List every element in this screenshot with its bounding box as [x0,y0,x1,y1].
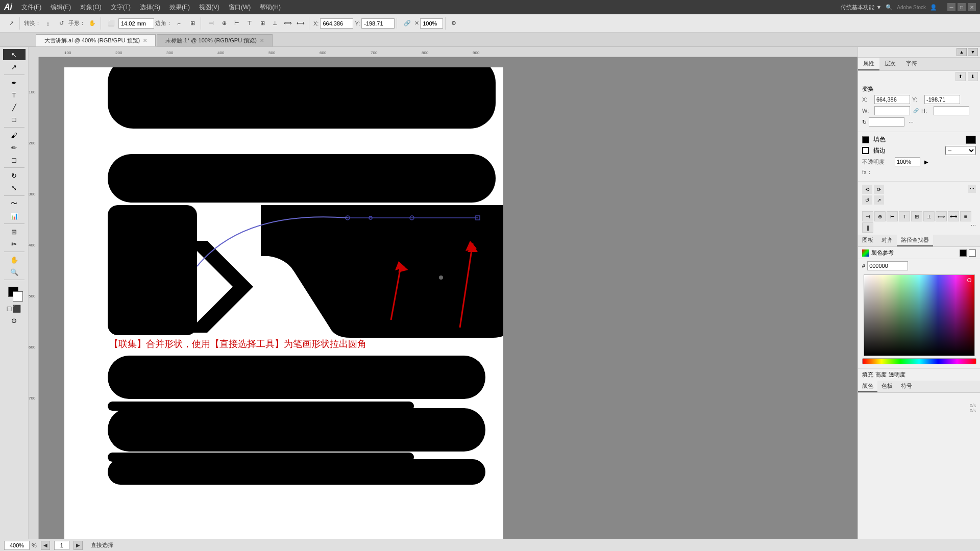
align-center-h[interactable]: ⊕ [218,17,230,30]
menu-view[interactable]: 视图(V) [195,1,224,14]
nav-prev-btn[interactable]: ◀ [41,541,50,550]
color-ref-icon[interactable] [862,249,869,257]
color-picker-section[interactable] [858,272,980,368]
align-left[interactable]: ⊣ [205,17,217,30]
stroke-select[interactable]: ─ [945,146,976,155]
dist-h[interactable]: ⟺ [282,17,294,30]
pathfinder-tab[interactable]: 路径查找器 [897,235,933,246]
align-top-btn[interactable]: ⊤ [899,211,910,221]
panel-icon-2[interactable]: ⬇ [968,72,978,81]
eraser-tool[interactable]: ◻ [3,154,26,165]
align-middle-v-btn[interactable]: ⊞ [911,211,922,221]
fill-swatch[interactable] [966,136,976,144]
y-input-r[interactable] [924,95,960,104]
draw-mode-icon[interactable]: ⊙ [3,315,26,326]
menu-object[interactable]: 对象(O) [76,1,105,14]
shape-tool[interactable]: □ [3,114,26,125]
shear-icon[interactable]: ↗ [874,195,884,205]
background-color[interactable] [13,291,23,302]
align-bottom-btn[interactable]: ⊥ [923,211,935,221]
tool-select-btn[interactable]: ↗ [5,17,17,30]
opacity-input[interactable] [420,18,443,29]
align-top[interactable]: ⊤ [243,17,256,30]
swatch-tab[interactable]: 色板 [877,381,897,392]
blob-tool[interactable]: ✏ [3,142,26,153]
nav-next-btn[interactable]: ▶ [74,541,83,550]
direct-select-tool[interactable]: ↗ [3,61,26,72]
page-input[interactable] [54,541,69,550]
hand-btn[interactable]: ✋ [86,17,99,30]
h-input[interactable] [934,106,969,115]
maximize-btn[interactable]: □ [958,3,966,11]
user-icon[interactable]: 👤 [930,4,937,11]
character-tab[interactable]: 字符 [901,58,922,70]
rotate-tool[interactable]: ↻ [3,170,26,181]
align-center-h-btn[interactable]: ⊕ [874,211,886,221]
slice-tool[interactable]: ✂ [3,238,26,249]
y-input[interactable] [361,18,395,29]
more-transform-icon[interactable]: ⋯ [909,119,914,125]
dist-v-btn[interactable]: ⟷ [948,211,959,221]
align-right-btn[interactable]: ⊢ [887,211,898,221]
align-middle[interactable]: ⊞ [256,17,268,30]
menu-select[interactable]: 选择(S) [136,1,164,14]
transform-icon-2[interactable]: ⟳ [874,185,884,194]
normal-mode-icon[interactable]: □ [7,305,11,313]
transform-icon-3[interactable]: ⋯ [968,185,976,193]
color-gradient[interactable] [864,274,975,356]
align-bottom[interactable]: ⊥ [269,17,281,30]
menu-type[interactable]: 文字(T) [107,1,135,14]
dist-v[interactable]: ⟷ [295,17,307,30]
warp-tool[interactable]: 〜 [3,198,26,209]
panel-expand-down[interactable]: ▼ [968,48,978,56]
menu-edit[interactable]: 编辑(E) [46,1,75,14]
selection-tool[interactable]: ↖ [3,49,26,60]
size-input[interactable] [118,18,154,29]
transform-btn1[interactable]: ↕ [42,17,54,30]
transform-icon-1[interactable]: ⟲ [862,185,872,194]
tab-2[interactable]: 未标题-1* @ 100% (RGB/GPU 预览) ✕ [157,34,273,46]
transform-btn2[interactable]: ↺ [55,17,67,30]
menu-window[interactable]: 窗口(W) [225,1,255,14]
dist-3-btn[interactable]: ≡ [960,211,971,221]
menu-file[interactable]: 文件(F) [17,1,45,14]
rotate-icon-1[interactable]: ↺ [862,195,872,205]
align-tab[interactable]: 对齐 [877,235,897,246]
opacity-input-r[interactable] [895,157,920,166]
transform-opts[interactable]: ⊞ [186,17,199,30]
menu-help[interactable]: 帮助(H) [256,1,285,14]
link-wh-icon[interactable]: 🔗 [912,107,919,114]
paintbrush-tool[interactable]: 🖌 [3,130,26,141]
minimize-btn[interactable]: ─ [947,3,955,11]
scale-tool[interactable]: ⤡ [3,182,26,193]
panel-icon-1[interactable]: ⬆ [955,72,966,81]
tab-2-close[interactable]: ✕ [260,38,264,43]
hex-input[interactable] [867,261,908,270]
hand-tool[interactable]: ✋ [3,254,26,265]
color-ref-tab[interactable]: 图板 [858,235,877,246]
pen-tool[interactable]: ✒ [3,77,26,88]
x-input-r[interactable] [874,95,910,104]
rotation-input[interactable] [869,117,904,127]
line-tool[interactable]: ╱ [3,102,26,113]
artboard-tool[interactable]: ⊞ [3,226,26,237]
close-btn[interactable]: ✕ [968,3,976,11]
symbol-tab[interactable]: 符号 [897,381,916,392]
quick-mask-icon[interactable]: ⬛ [12,305,21,313]
zoom-tool[interactable]: 🔍 [3,266,26,278]
x-input[interactable] [320,18,353,29]
opacity-expand[interactable]: ▶ [924,159,928,165]
more-align-icon[interactable]: ⋯ [971,222,976,233]
color-tab[interactable]: 颜色 [858,381,877,392]
dist-4-btn[interactable]: ∥ [862,222,873,233]
dist-h-btn[interactable]: ⟺ [936,211,947,221]
align-right[interactable]: ⊢ [231,17,243,30]
w-input[interactable] [874,106,910,115]
tab-1[interactable]: 大雪讲解.ai @ 400% (RGB/GPU 预览) ✕ [36,34,156,46]
align-left-btn[interactable]: ⊣ [862,211,873,221]
properties-tab[interactable]: 属性 [858,58,879,70]
panel-expand-up[interactable]: ▲ [957,48,967,56]
search-btn[interactable]: 🔍 [886,4,893,11]
layers-tab[interactable]: 层次 [879,58,901,70]
type-tool[interactable]: T [3,89,26,101]
